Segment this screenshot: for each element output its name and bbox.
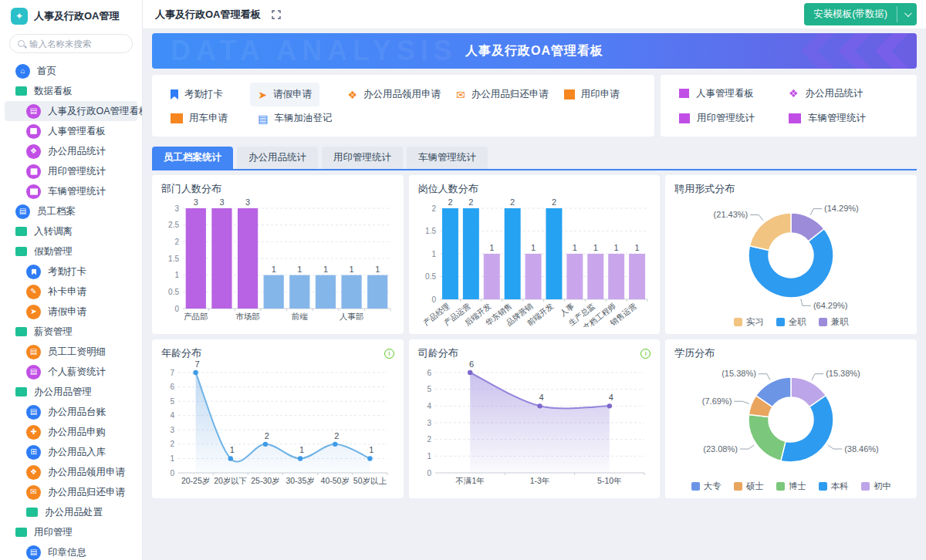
sidebar-item[interactable]: ⊞办公用品入库 bbox=[5, 442, 137, 462]
sidebar-item[interactable]: ▤员工档案 bbox=[5, 201, 137, 221]
sidebar-item[interactable]: ➤请假申请 bbox=[5, 302, 137, 322]
sidebar-item[interactable]: 人事管理看板 bbox=[5, 121, 137, 141]
chart-card: 司龄分布i0123456644不满1年1-3年5-10年 bbox=[409, 339, 661, 498]
sidebar-item[interactable]: ❖办公用品统计 bbox=[5, 141, 137, 161]
svg-text:(7.69%): (7.69%) bbox=[702, 396, 732, 406]
fullscreen-icon[interactable] bbox=[272, 10, 281, 19]
tag-icon: ✎ bbox=[30, 288, 36, 295]
dashboard-link[interactable]: 用印管理统计 bbox=[679, 112, 789, 125]
tab-active[interactable]: 员工档案统计 bbox=[152, 147, 233, 169]
sidebar-item[interactable]: ⌂首页 bbox=[5, 61, 137, 81]
send-icon: ➤ bbox=[258, 89, 267, 100]
tab-inactive[interactable]: 办公用品统计 bbox=[237, 147, 318, 169]
quick-action[interactable]: ➤请假申请 bbox=[250, 83, 319, 106]
svg-text:(14.29%): (14.29%) bbox=[824, 204, 859, 213]
sidebar-item[interactable]: ✎补卡申请 bbox=[5, 282, 137, 302]
sidebar-item[interactable]: 薪资管理 bbox=[5, 322, 137, 342]
sidebar-item-label: 数据看板 bbox=[34, 85, 73, 98]
sidebar-item-label: 办公用品归还申请 bbox=[48, 486, 125, 499]
sidebar-item[interactable]: ▤印章信息 bbox=[5, 542, 137, 560]
info-icon[interactable]: i bbox=[384, 349, 394, 359]
quick-action[interactable]: 用车申请 bbox=[163, 106, 235, 130]
svg-text:1: 1 bbox=[299, 445, 304, 454]
sidebar-item[interactable]: 假勤管理 bbox=[5, 241, 137, 261]
legend-item[interactable]: 本科 bbox=[819, 481, 849, 492]
sidebar-item-label: 薪资管理 bbox=[34, 326, 73, 339]
sidebar-item[interactable]: 用印管理 bbox=[5, 522, 137, 542]
sidebar-item[interactable]: ▤员工工资明细 bbox=[5, 342, 137, 362]
svg-text:6: 6 bbox=[170, 383, 174, 391]
legend-item[interactable]: 兼职 bbox=[819, 316, 849, 328]
sidebar-item-label: 考勤打卡 bbox=[48, 265, 86, 278]
legend-swatch bbox=[861, 482, 870, 491]
dashboard-link[interactable]: 车辆管理统计 bbox=[789, 112, 898, 125]
box-icon: ⊞ bbox=[30, 448, 36, 456]
dashboard-link[interactable]: ❖办公用品统计 bbox=[789, 87, 898, 100]
quick-action-label: 用印申请 bbox=[581, 88, 620, 101]
sidebar-item-label: 办公用品申购 bbox=[48, 426, 106, 439]
install-dropdown-button[interactable] bbox=[897, 3, 917, 25]
svg-text:40-50岁: 40-50岁 bbox=[321, 476, 350, 485]
quick-action-label: 请假申请 bbox=[273, 88, 312, 101]
legend-item[interactable]: 大专 bbox=[691, 481, 722, 492]
sidebar-item[interactable]: 办公用品管理 bbox=[5, 382, 137, 402]
sidebar-item[interactable]: 入转调离 bbox=[5, 221, 137, 241]
menu-icon-badge bbox=[26, 164, 41, 179]
legend-item[interactable]: 硕士 bbox=[734, 481, 764, 492]
svg-text:4: 4 bbox=[608, 393, 613, 402]
legend-item[interactable]: 实习 bbox=[734, 316, 764, 328]
svg-text:25-30岁: 25-30岁 bbox=[251, 476, 279, 485]
tab-inactive[interactable]: 车辆管理统计 bbox=[407, 147, 488, 169]
svg-text:(64.29%): (64.29%) bbox=[813, 301, 848, 310]
chart-card: 岗位人数分布00.511.522212121111产品经理产品运营后端开发华东销… bbox=[409, 175, 661, 334]
legend-item[interactable]: 全职 bbox=[776, 316, 806, 328]
sidebar-item[interactable]: ▤办公用品台账 bbox=[5, 402, 137, 422]
quick-action[interactable]: ❖办公用品领用申请 bbox=[340, 83, 448, 106]
sidebar-item[interactable]: ▤人事及行政OA管理看板 bbox=[5, 101, 137, 121]
svg-text:0: 0 bbox=[174, 305, 179, 313]
sidebar-item[interactable]: 用印管理统计 bbox=[5, 161, 137, 181]
chart-legend: 实习全职兼职 bbox=[674, 316, 907, 328]
bar-chart: 00.511.522.5333311111产品部市场部前端人事部 bbox=[161, 196, 395, 327]
sidebar-item[interactable]: ▤个人薪资统计 bbox=[5, 362, 137, 382]
sidebar-item[interactable]: 数据看板 bbox=[5, 81, 137, 101]
quick-action[interactable]: 考勤打卡 bbox=[163, 83, 231, 106]
legend-swatch bbox=[734, 482, 742, 491]
svg-text:20-25岁: 20-25岁 bbox=[181, 476, 210, 485]
quick-action[interactable]: 用印申请 bbox=[556, 83, 627, 106]
sidebar-item[interactable]: 车辆管理统计 bbox=[5, 181, 137, 201]
install-template-button[interactable]: 安装模板(带数据) bbox=[804, 3, 917, 25]
svg-text:1: 1 bbox=[350, 265, 354, 274]
tab-inactive[interactable]: 用印管理统计 bbox=[322, 147, 403, 169]
legend-item[interactable]: 初中 bbox=[861, 481, 891, 492]
sidebar-item[interactable]: 办公用品处置 bbox=[5, 502, 137, 522]
install-template-label[interactable]: 安装模板(带数据) bbox=[804, 3, 897, 25]
svg-text:1: 1 bbox=[375, 265, 380, 274]
info-icon[interactable]: i bbox=[640, 349, 651, 359]
svg-text:1: 1 bbox=[297, 265, 302, 274]
legend-item[interactable]: 博士 bbox=[776, 481, 806, 492]
quick-action[interactable]: ▤车辆加油登记 bbox=[250, 106, 340, 130]
legend-swatch bbox=[691, 482, 700, 491]
quick-action-label: 办公用品归还申请 bbox=[471, 88, 549, 101]
chart-title: 聘用形式分布 bbox=[674, 182, 735, 196]
svg-text:1: 1 bbox=[272, 265, 276, 274]
sidebar-item[interactable]: ✉办公用品归还申请 bbox=[5, 482, 137, 502]
svg-text:1: 1 bbox=[634, 243, 639, 252]
menu-icon-badge: ▤ bbox=[26, 365, 41, 380]
sidebar-item[interactable]: ❖办公用品领用申请 bbox=[5, 462, 137, 482]
svg-text:5-10年: 5-10年 bbox=[597, 476, 622, 485]
quick-action[interactable]: ✉办公用品归还申请 bbox=[448, 83, 556, 106]
menu-icon-badge: ✚ bbox=[26, 425, 41, 440]
sidebar-item[interactable]: 考勤打卡 bbox=[5, 261, 137, 282]
book-icon: ▤ bbox=[258, 113, 268, 124]
search-input[interactable] bbox=[29, 39, 114, 49]
chart-card: 部门人数分布00.511.522.5333311111产品部市场部前端人事部 bbox=[152, 175, 404, 334]
sidebar-search[interactable] bbox=[9, 34, 133, 53]
banner-watermark: DATA ANALYSIS bbox=[171, 35, 458, 67]
dashboard-link[interactable]: 人事管理看板 bbox=[679, 87, 789, 100]
banner-chevron-decoration bbox=[875, 33, 909, 69]
sidebar-item[interactable]: ✚办公用品申购 bbox=[5, 422, 137, 442]
svg-text:(15.38%): (15.38%) bbox=[826, 369, 860, 378]
svg-text:2: 2 bbox=[552, 197, 556, 207]
